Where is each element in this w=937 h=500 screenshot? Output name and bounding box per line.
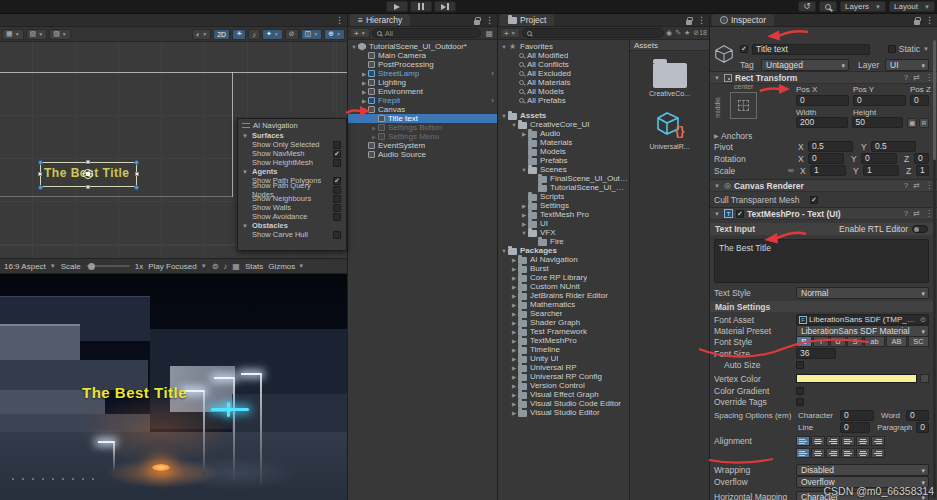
project-item-materials[interactable]: Materials bbox=[498, 138, 629, 147]
asset-creativeco[interactable]: CreativeCo... bbox=[630, 63, 709, 97]
cull-transparent-mesh-checkbox[interactable] bbox=[810, 196, 818, 204]
canvas-renderer-header[interactable]: ▼ ◎ Canvas Renderer ?⇄⋮ bbox=[710, 179, 937, 192]
checkbox[interactable] bbox=[333, 150, 341, 158]
pivot-x-field[interactable]: 0.5 bbox=[808, 141, 853, 152]
focus-dropdown[interactable]: Play Focused▼ bbox=[148, 262, 206, 271]
create-object-button[interactable]: +▼ bbox=[350, 28, 370, 38]
shading-mode-dropdown[interactable]: ◐▼ bbox=[192, 29, 211, 40]
align-baseline-button[interactable] bbox=[841, 448, 855, 458]
help-icon[interactable]: ? bbox=[904, 73, 908, 82]
project-item-all-modified[interactable]: All Modified bbox=[498, 51, 629, 60]
gizmo-corner-handle[interactable] bbox=[134, 160, 139, 165]
tool-pivot-button[interactable]: ▧▼ bbox=[26, 29, 48, 40]
project-item-prefabs[interactable]: Prefabs bbox=[498, 156, 629, 165]
checkbox[interactable] bbox=[333, 159, 341, 167]
help-icon[interactable]: ? bbox=[904, 181, 908, 190]
component-enabled-checkbox[interactable] bbox=[736, 210, 744, 218]
material-preset-dropdown[interactable]: LiberationSans SDF Material bbox=[796, 325, 929, 337]
pos-z-field[interactable]: 0 bbox=[910, 95, 929, 106]
foldout-icon[interactable]: ▼ bbox=[714, 75, 721, 81]
component-menu-icon[interactable]: ⋮ bbox=[925, 73, 933, 82]
asset-import-icon[interactable]: ◉ bbox=[666, 29, 672, 37]
presets-icon[interactable]: ⇄ bbox=[913, 73, 920, 82]
hierarchy-item-title-text[interactable]: Title text bbox=[348, 114, 497, 123]
tab-hierarchy[interactable]: ≡Hierarchy bbox=[350, 14, 410, 26]
project-item-textmeshpro[interactable]: ▶TextMeshPro bbox=[498, 336, 629, 345]
gizmo-corner-handle[interactable] bbox=[38, 160, 43, 165]
project-item-universal-rp[interactable]: ▶Universal RP bbox=[498, 363, 629, 372]
project-item-mathematics[interactable]: ▶Mathematics bbox=[498, 300, 629, 309]
project-item-scripts[interactable]: Scripts bbox=[498, 192, 629, 201]
hierarchy-item-settings-menu[interactable]: ▶Settings Menu bbox=[348, 132, 497, 141]
foldout-icon[interactable]: ▼ bbox=[714, 211, 721, 217]
font-style-sc-button[interactable]: SC bbox=[908, 336, 929, 347]
project-item-scenes[interactable]: ▼Scenes bbox=[498, 165, 629, 174]
checkbox[interactable] bbox=[333, 195, 341, 203]
color-gradient-checkbox[interactable] bbox=[796, 387, 804, 395]
gizmo-corner-handle[interactable] bbox=[134, 185, 139, 190]
nav-option-show-carve-hull[interactable]: Show Carve Hull bbox=[238, 230, 346, 239]
scene-lighting-toggle[interactable]: ☀ bbox=[232, 29, 246, 40]
project-item-test-framework[interactable]: ▶Test Framework bbox=[498, 327, 629, 336]
object-picker-icon[interactable]: ⊙ bbox=[920, 316, 926, 324]
align-flush-button[interactable] bbox=[856, 436, 870, 446]
nav-option-show-navmesh[interactable]: Show NavMesh bbox=[238, 149, 346, 158]
game-viewport[interactable]: The Best Title bbox=[0, 274, 347, 500]
hidden-count-toggle[interactable]: ⊘18 bbox=[693, 29, 707, 37]
prefab-open-icon[interactable]: › bbox=[491, 96, 497, 105]
hierarchy-item-settings-button[interactable]: ▶Settings Button bbox=[348, 123, 497, 132]
project-item-all-excluded[interactable]: All Excluded bbox=[498, 69, 629, 78]
font-style-b-button[interactable]: B bbox=[796, 336, 812, 347]
project-item-visual-effect-graph[interactable]: ▶Visual Effect Graph bbox=[498, 390, 629, 399]
ai-navigation-header[interactable]: AI Navigation bbox=[238, 120, 346, 131]
auto-size-checkbox[interactable] bbox=[796, 361, 804, 369]
blueprint-mode-button[interactable]: ▦ bbox=[907, 118, 917, 128]
font-size-field[interactable]: 36 bbox=[796, 348, 836, 359]
project-item-shader-graph[interactable]: ▶Shader Graph bbox=[498, 318, 629, 327]
project-item-models[interactable]: Models bbox=[498, 147, 629, 156]
project-item-creativecore-ui[interactable]: ▼CreativeCore_UI bbox=[498, 120, 629, 129]
pause-button[interactable] bbox=[410, 1, 432, 12]
word-spacing-field[interactable]: 0 bbox=[906, 410, 929, 421]
search-button[interactable] bbox=[819, 1, 837, 12]
step-button[interactable] bbox=[434, 1, 456, 12]
help-icon[interactable]: ? bbox=[904, 209, 908, 218]
project-item-all-prefabs[interactable]: All Prefabs bbox=[498, 96, 629, 105]
panel-menu-icon[interactable]: ⋮ bbox=[925, 16, 934, 25]
height-field[interactable]: 50 bbox=[852, 117, 904, 128]
view-2d-toggle[interactable]: 2D bbox=[213, 29, 230, 40]
gizmo-edge-handle[interactable] bbox=[86, 185, 90, 189]
object-name-field[interactable]: Title text bbox=[752, 44, 870, 55]
nav-option-show-avoidance[interactable]: Show Avoidance bbox=[238, 212, 346, 221]
project-item-packages[interactable]: ▼Packages bbox=[498, 246, 629, 255]
checkbox[interactable] bbox=[333, 141, 341, 149]
project-search-input[interactable] bbox=[522, 28, 664, 38]
font-style-ab-button[interactable]: ab bbox=[864, 336, 885, 347]
project-item-ui[interactable]: ▶UI bbox=[498, 219, 629, 228]
project-item-visual-studio-code-editor[interactable]: ▶Visual Studio Code Editor bbox=[498, 399, 629, 408]
anchor-preset-widget[interactable]: center middle bbox=[714, 83, 794, 131]
raw-edit-mode-button[interactable]: R bbox=[919, 118, 929, 128]
align-geometry-button[interactable] bbox=[871, 436, 885, 446]
project-item-settings[interactable]: ▶Settings bbox=[498, 201, 629, 210]
checkbox[interactable] bbox=[333, 231, 341, 239]
gizmo-corner-handle[interactable] bbox=[38, 185, 43, 190]
align-left-button[interactable] bbox=[796, 436, 810, 446]
layout-dropdown[interactable]: Layout▼ bbox=[889, 1, 935, 12]
scale-x-field[interactable]: 1 bbox=[810, 165, 846, 176]
align-bottom-button[interactable] bbox=[826, 448, 840, 458]
font-style-i-button[interactable]: I bbox=[813, 336, 829, 347]
game-gizmos-dropdown[interactable]: Gizmos▼ bbox=[268, 262, 304, 271]
stats-button[interactable]: Stats bbox=[245, 262, 263, 271]
component-menu-icon[interactable]: ⋮ bbox=[925, 209, 933, 218]
hidden-objects-toggle[interactable]: ⊘ bbox=[285, 29, 299, 40]
tag-dropdown[interactable]: Untagged bbox=[761, 59, 849, 71]
foldout-icon[interactable]: ▼ bbox=[714, 183, 721, 189]
presets-icon[interactable]: ⇄ bbox=[913, 181, 920, 190]
project-item-version-control[interactable]: ▶Version Control bbox=[498, 381, 629, 390]
create-asset-button[interactable]: +▼ bbox=[500, 28, 520, 38]
hierarchy-item-lighting[interactable]: ▶Lighting bbox=[348, 78, 497, 87]
layer-dropdown[interactable]: UI bbox=[885, 59, 929, 71]
panel-menu-icon[interactable]: ⋮ bbox=[485, 16, 494, 25]
scale-y-field[interactable]: 1 bbox=[863, 165, 899, 176]
